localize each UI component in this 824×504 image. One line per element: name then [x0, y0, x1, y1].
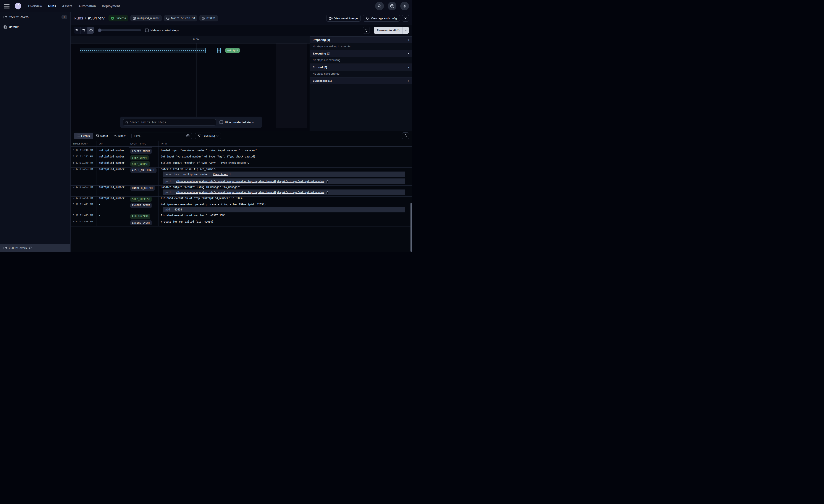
settings-button[interactable] — [400, 2, 409, 10]
table-row[interactable]: 5:12:11.253 PMmultiplied_numberASSET_MAT… — [71, 168, 412, 185]
nav-item-runs[interactable]: Runs — [48, 4, 56, 8]
tab-stderr[interactable]: stderr — [111, 133, 128, 139]
event-op: multiplied_number — [97, 155, 128, 161]
chevron-down-icon[interactable]: ▾ — [408, 66, 409, 69]
dagster-logo-icon[interactable] — [14, 2, 22, 10]
expand-log-button[interactable] — [402, 132, 409, 139]
log-filter-field[interactable] — [131, 133, 192, 139]
filter-funnel-icon — [198, 135, 201, 137]
sidebar-item-default-group[interactable]: default — [0, 22, 70, 32]
chevron-down-icon[interactable]: ▾ — [408, 39, 409, 41]
list-icon — [77, 135, 80, 137]
metadata-value: 42654 — [172, 208, 184, 211]
event-op: multiplied_number — [97, 161, 128, 167]
nav-item-deployment[interactable]: Deployment — [102, 4, 120, 8]
top-nav: OverviewRunsAssetsAutomationDeployment — [0, 0, 412, 12]
reexecute-all-button[interactable]: Re-execute all (*) — [374, 27, 403, 34]
breadcrumb-runs-link[interactable]: Runs — [74, 16, 83, 20]
hamburger-menu-icon[interactable] — [3, 2, 10, 10]
status-section-header[interactable]: Errored (0)▾ — [310, 64, 412, 71]
nav-item-assets[interactable]: Assets — [62, 4, 73, 8]
status-label: Success — [116, 17, 126, 20]
event-info-text: Materialized value multiplied_number. — [161, 168, 410, 171]
path-link[interactable]: /Users/smackesey/stm/code/elementl/exper… — [176, 180, 324, 183]
table-row[interactable]: 5:12:11.249 PMmultiplied_numberSTEP_OUTP… — [71, 161, 412, 168]
nav-item-automation[interactable]: Automation — [78, 4, 96, 8]
checkbox-icon[interactable] — [219, 120, 223, 124]
left-sidebar: 250321-dvers 1 default 250321-dvers — [0, 12, 71, 252]
tab-events[interactable]: Events — [74, 133, 93, 139]
event-table-header: TIMESTAMPOPEVENT TYPEINFO — [71, 141, 412, 147]
chevron-down-icon — [216, 135, 218, 136]
event-timestamp: 5:12:11.266 PM — [71, 197, 97, 203]
help-button[interactable] — [388, 2, 396, 10]
reexecute-dropdown-button[interactable] — [403, 27, 409, 34]
gantt-chart-area[interactable]: multipli… Hide unselected steps — [71, 43, 310, 131]
header-more-button[interactable] — [402, 15, 409, 22]
hide-unselected-label: Hide unselected steps — [225, 121, 254, 124]
sort-order-button[interactable] — [363, 27, 370, 34]
copy-icon[interactable] — [326, 180, 328, 182]
flat-view-button[interactable] — [74, 27, 81, 34]
event-timestamp: 5:12:11.240 PM — [71, 149, 97, 155]
waterfall-view-button[interactable] — [81, 27, 88, 34]
clear-filter-icon[interactable] — [186, 134, 190, 138]
timed-view-button[interactable] — [88, 27, 94, 34]
view-asset-lineage-button[interactable]: View asset lineage — [326, 15, 361, 22]
hide-unselected-checkbox[interactable]: Hide unselected steps — [219, 120, 254, 124]
view-tags-config-label: View tags and config — [371, 17, 397, 20]
zoom-slider[interactable] — [98, 29, 141, 31]
sidebar-footer[interactable]: 250321-dvers — [0, 244, 70, 252]
log-filter-input[interactable] — [134, 134, 185, 138]
table-row[interactable]: 5:12:11.263 PMmultiplied_numberHANDLED_O… — [71, 185, 412, 197]
table-row[interactable]: 5:12:11.240 PMmultiplied_numberLOADED_IN… — [71, 149, 412, 155]
event-timestamp: 5:12:11.249 PM — [71, 161, 97, 167]
levels-dropdown-button[interactable]: Levels (5) — [195, 133, 221, 139]
table-row[interactable]: 5:12:11.426 PM-ENGINE_EVENTProcess for r… — [71, 220, 412, 227]
sidebar-item-job[interactable]: 250321-dvers 1 — [0, 12, 70, 22]
start-time-label: Mar 21, 5:12:10 PM — [171, 17, 195, 20]
success-check-icon — [111, 17, 114, 20]
folder-icon — [3, 15, 7, 19]
status-badge[interactable]: Success — [108, 15, 128, 21]
vertical-scrollbar-thumb[interactable] — [410, 203, 412, 252]
event-info-cell: Yielded output "result" of type "Any". (… — [159, 161, 412, 167]
hide-not-started-checkbox[interactable]: Hide not started steps — [145, 28, 179, 32]
status-section-body: No steps have errored — [310, 71, 412, 77]
step-search-field[interactable] — [123, 119, 216, 126]
nav-item-overview[interactable]: Overview — [28, 4, 42, 8]
view-tags-config-button[interactable]: View tags and config — [363, 15, 400, 22]
event-timestamp: 5:12:11.263 PM — [71, 185, 97, 197]
tab-stdout[interactable]: stdout — [93, 133, 111, 139]
asset-tag-pill[interactable]: multiplied_number — [130, 15, 162, 21]
chevron-down-icon[interactable]: ▾ — [408, 52, 409, 55]
status-section-header[interactable]: Executing (0)▾ — [310, 50, 412, 57]
status-section-header[interactable]: Preparing (0)▾ — [310, 36, 412, 43]
view-asset-link[interactable]: View Asset — [213, 173, 228, 176]
table-row[interactable]: 5:12:11.415 PM-RUN_SUCCESSFinished execu… — [71, 214, 412, 220]
column-header-info: INFO — [159, 141, 412, 146]
event-info-cell: Handled output "result" using IO manager… — [159, 185, 412, 197]
help-icon — [390, 4, 394, 8]
table-row[interactable]: 5:12:11.411 PM-ENGINE_EVENTMultiprocess … — [71, 203, 412, 214]
checkbox-icon[interactable] — [145, 28, 148, 32]
event-metadata-row: pid42654 — [163, 207, 405, 213]
status-section-body: No steps are executing — [310, 57, 412, 64]
path-link[interactable]: /Users/smackesey/stm/code/elementl/exper… — [176, 191, 324, 194]
search-button[interactable] — [375, 2, 384, 10]
status-section-header[interactable]: Succeeded (1)▸ — [310, 77, 412, 84]
table-row[interactable]: 5:12:11.266 PMmultiplied_numberSTEP_SUCC… — [71, 197, 412, 203]
refresh-icon[interactable] — [29, 246, 32, 249]
gear-icon — [403, 4, 407, 8]
zoom-slider-knob[interactable] — [98, 28, 102, 32]
bracket: [ — [210, 173, 212, 176]
chevron-right-icon[interactable]: ▸ — [408, 80, 409, 82]
event-table-body: 5:12:11.240 PMmultiplied_numberLOADED_IN… — [71, 149, 412, 227]
table-row[interactable]: 5:12:11.243 PMmultiplied_numberSTEP_INPU… — [71, 155, 412, 161]
copy-icon[interactable] — [326, 191, 328, 194]
folder-icon — [3, 246, 7, 249]
sidebar-job-count-badge: 1 — [62, 15, 67, 19]
step-search-input[interactable] — [130, 121, 214, 124]
event-info-cell: Materialized value multiplied_number.ass… — [159, 168, 412, 185]
step-bar-multiplied-number[interactable]: multipli… — [225, 48, 240, 53]
